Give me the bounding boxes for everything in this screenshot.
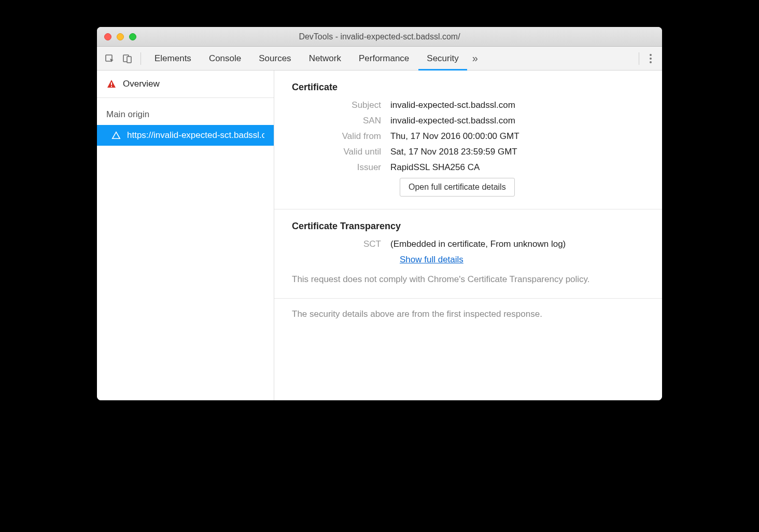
cert-value: RapidSSL SHA256 CA xyxy=(390,162,480,173)
ct-compliance-note: This request does not comply with Chrome… xyxy=(292,273,644,286)
sidebar-overview[interactable]: Overview xyxy=(97,71,274,98)
cert-row-subject: Subject invalid-expected-sct.badssl.com xyxy=(292,100,644,110)
security-sidebar: Overview Main origin https://invalid-exp… xyxy=(97,71,274,400)
device-toggle-icon[interactable] xyxy=(120,51,135,66)
titlebar: DevTools - invalid-expected-sct.badssl.c… xyxy=(97,27,662,47)
sidebar-section-main-origin: Main origin xyxy=(97,98,274,125)
sidebar-origin-item[interactable]: https://invalid-expected-sct.badssl.com xyxy=(97,125,274,146)
cert-value: Sat, 17 Nov 2018 23:59:59 GMT xyxy=(390,147,517,157)
close-window-button[interactable] xyxy=(104,33,111,40)
minimize-window-button[interactable] xyxy=(117,33,124,40)
cert-key: Issuer xyxy=(292,162,390,173)
more-tabs-button[interactable]: » xyxy=(468,52,482,64)
cert-row-san: SAN invalid-expected-sct.badssl.com xyxy=(292,116,644,126)
ct-heading: Certificate Transparency xyxy=(292,221,644,232)
ct-section: Certificate Transparency SCT (Embedded i… xyxy=(274,209,662,299)
window-title: DevTools - invalid-expected-sct.badssl.c… xyxy=(97,32,662,41)
certificate-section: Certificate Subject invalid-expected-sct… xyxy=(274,71,662,209)
cert-value: invalid-expected-sct.badssl.com xyxy=(390,116,515,126)
warning-outline-icon xyxy=(111,131,121,140)
cert-value: invalid-expected-sct.badssl.com xyxy=(390,100,515,110)
open-certificate-details-button[interactable]: Open full certificate details xyxy=(400,178,515,197)
svg-rect-4 xyxy=(111,86,112,87)
cert-key: Valid until xyxy=(292,147,390,157)
panel-body: Overview Main origin https://invalid-exp… xyxy=(97,71,662,400)
devtools-tabs: Elements Console Sources Network Perform… xyxy=(146,47,634,70)
sidebar-origin-label: https://invalid-expected-sct.badssl.com xyxy=(127,130,264,141)
certificate-heading: Certificate xyxy=(292,82,644,93)
ct-row-sct: SCT (Embedded in certificate, From unkno… xyxy=(292,239,644,249)
warning-triangle-icon xyxy=(106,79,117,89)
security-details-pane: Certificate Subject invalid-expected-sct… xyxy=(274,71,662,400)
devtools-window: DevTools - invalid-expected-sct.badssl.c… xyxy=(97,27,662,400)
cert-row-valid-from: Valid from Thu, 17 Nov 2016 00:00:00 GMT xyxy=(292,131,644,142)
window-controls xyxy=(97,33,136,40)
svg-rect-2 xyxy=(127,57,131,63)
cert-row-valid-until: Valid until Sat, 17 Nov 2018 23:59:59 GM… xyxy=(292,147,644,157)
svg-rect-3 xyxy=(111,82,112,85)
toolbar-separator xyxy=(639,52,639,65)
tab-network[interactable]: Network xyxy=(301,47,349,70)
cert-key: Subject xyxy=(292,100,390,110)
devtools-toolbar: Elements Console Sources Network Perform… xyxy=(97,47,662,71)
cert-value: Thu, 17 Nov 2016 00:00:00 GMT xyxy=(390,131,519,142)
toolbar-separator xyxy=(140,52,141,65)
cert-key: SAN xyxy=(292,116,390,126)
sidebar-overview-label: Overview xyxy=(123,79,160,89)
kebab-menu-icon[interactable] xyxy=(644,54,657,63)
show-full-details-link[interactable]: Show full details xyxy=(400,255,463,264)
tab-security[interactable]: Security xyxy=(418,47,467,70)
inspect-element-icon[interactable] xyxy=(102,51,118,66)
tab-sources[interactable]: Sources xyxy=(250,47,299,70)
tab-console[interactable]: Console xyxy=(201,47,249,70)
ct-key: SCT xyxy=(292,239,390,249)
cert-row-issuer: Issuer RapidSSL SHA256 CA xyxy=(292,162,644,173)
tab-performance[interactable]: Performance xyxy=(350,47,417,70)
zoom-window-button[interactable] xyxy=(129,33,136,40)
footer-note: The security details above are from the … xyxy=(274,299,662,330)
tab-elements[interactable]: Elements xyxy=(146,47,200,70)
ct-value: (Embedded in certificate, From unknown l… xyxy=(390,239,566,249)
cert-key: Valid from xyxy=(292,131,390,142)
